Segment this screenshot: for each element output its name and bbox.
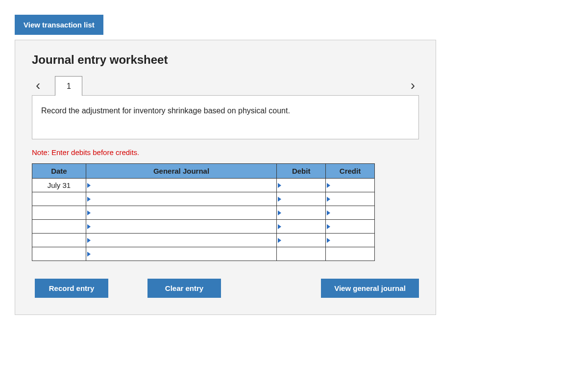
debit-cell[interactable] xyxy=(277,234,326,247)
dropdown-icon xyxy=(327,210,330,215)
date-cell[interactable] xyxy=(32,247,86,261)
date-cell[interactable] xyxy=(32,220,86,234)
chevron-left-icon[interactable]: ‹ xyxy=(32,78,44,92)
view-transaction-list-button[interactable]: View transaction list xyxy=(15,15,103,35)
header-general-journal: General Journal xyxy=(86,164,276,179)
gj-cell[interactable] xyxy=(86,234,276,247)
credit-cell[interactable] xyxy=(326,234,375,247)
journal-entry-panel: Journal entry worksheet ‹ 1 › Record the… xyxy=(15,40,436,315)
dropdown-icon xyxy=(327,197,330,202)
instruction-box: Record the adjustment for inventory shri… xyxy=(32,95,419,139)
table-row xyxy=(32,192,375,206)
dropdown-icon xyxy=(87,183,91,188)
dropdown-icon xyxy=(87,210,91,215)
date-cell[interactable] xyxy=(32,234,86,247)
clear-entry-button[interactable]: Clear entry xyxy=(147,279,221,298)
credit-cell[interactable] xyxy=(326,247,375,261)
panel-title: Journal entry worksheet xyxy=(32,53,419,67)
date-cell[interactable]: July 31 xyxy=(32,179,86,192)
credit-cell[interactable] xyxy=(326,206,375,220)
table-row xyxy=(32,247,375,261)
journal-table: Date General Journal Debit Credit July 3… xyxy=(32,163,375,261)
chevron-right-icon[interactable]: › xyxy=(407,78,419,92)
dropdown-icon xyxy=(87,238,91,243)
dropdown-icon xyxy=(327,238,330,243)
credit-cell[interactable] xyxy=(326,192,375,206)
gj-cell[interactable] xyxy=(86,247,276,261)
table-row xyxy=(32,206,375,220)
gj-cell[interactable] xyxy=(86,206,276,220)
header-credit: Credit xyxy=(326,164,375,179)
dropdown-icon xyxy=(87,197,91,202)
dropdown-icon xyxy=(278,224,281,229)
credit-cell[interactable] xyxy=(326,179,375,192)
table-row xyxy=(32,220,375,234)
dropdown-icon xyxy=(87,252,91,257)
view-general-journal-button[interactable]: View general journal xyxy=(321,279,419,298)
gj-cell[interactable] xyxy=(86,192,276,206)
debit-cell[interactable] xyxy=(277,247,326,261)
dropdown-icon xyxy=(278,210,281,215)
credit-cell[interactable] xyxy=(326,220,375,234)
date-cell[interactable] xyxy=(32,192,86,206)
debit-cell[interactable] xyxy=(277,220,326,234)
date-cell[interactable] xyxy=(32,206,86,220)
table-row xyxy=(32,234,375,247)
debit-cell[interactable] xyxy=(277,206,326,220)
gj-cell[interactable] xyxy=(86,179,276,192)
dropdown-icon xyxy=(327,224,330,229)
entry-tab-1[interactable]: 1 xyxy=(55,76,82,96)
table-row: July 31 xyxy=(32,179,375,192)
debit-cell[interactable] xyxy=(277,179,326,192)
dropdown-icon xyxy=(278,238,281,243)
note-text: Note: Enter debits before credits. xyxy=(32,148,419,157)
dropdown-icon xyxy=(278,183,281,188)
dropdown-icon xyxy=(278,197,281,202)
header-debit: Debit xyxy=(277,164,326,179)
debit-cell[interactable] xyxy=(277,192,326,206)
gj-cell[interactable] xyxy=(86,220,276,234)
record-entry-button[interactable]: Record entry xyxy=(35,279,108,298)
dropdown-icon xyxy=(87,224,91,229)
dropdown-icon xyxy=(327,183,330,188)
header-date: Date xyxy=(32,164,86,179)
